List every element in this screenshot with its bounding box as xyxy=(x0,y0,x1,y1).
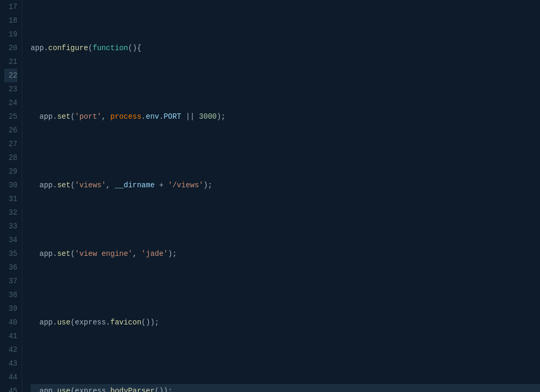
line-numbers: 17 18 19 20 21 22 23 24 25 26 27 28 29 3… xyxy=(0,0,22,392)
code-line-21: app.use(express.favicon()); xyxy=(31,315,540,329)
code-line-17: app.configure(function(){ xyxy=(31,41,540,55)
line-num-44: 44 xyxy=(4,370,17,384)
line-num-37: 37 xyxy=(4,274,17,288)
line-num-19: 19 xyxy=(4,27,17,41)
line-num-17: 17 xyxy=(4,0,17,14)
code-line-18: app.set('port', process.env.PORT || 3000… xyxy=(31,110,540,123)
line-num-20: 20 xyxy=(4,41,17,55)
line-num-22: 22 xyxy=(4,69,17,82)
line-num-45: 45 xyxy=(4,384,17,392)
code-editor: 17 18 19 20 21 22 23 24 25 26 27 28 29 3… xyxy=(0,0,540,392)
line-num-43: 43 xyxy=(4,357,17,370)
code-line-22: app.use(express.bodyParser()); xyxy=(31,384,540,392)
line-num-30: 30 xyxy=(4,178,17,192)
line-num-18: 18 xyxy=(4,14,17,27)
line-num-29: 29 xyxy=(4,165,17,178)
line-num-39: 39 xyxy=(4,302,17,315)
line-num-28: 28 xyxy=(4,151,17,165)
line-num-26: 26 xyxy=(4,123,17,137)
code-line-20: app.set('view engine', 'jade'); xyxy=(31,247,540,261)
line-num-36: 36 xyxy=(4,261,17,274)
line-num-21: 21 xyxy=(4,55,17,69)
line-num-40: 40 xyxy=(4,315,17,329)
line-num-32: 32 xyxy=(4,206,17,219)
line-num-25: 25 xyxy=(4,110,17,123)
line-num-42: 42 xyxy=(4,343,17,357)
line-num-33: 33 xyxy=(4,219,17,233)
line-num-24: 24 xyxy=(4,96,17,110)
code-line-19: app.set('views', __dirname + '/views'); xyxy=(31,178,540,192)
line-num-34: 34 xyxy=(4,233,17,247)
line-num-35: 35 xyxy=(4,247,17,261)
line-num-38: 38 xyxy=(4,288,17,302)
line-num-27: 27 xyxy=(4,137,17,151)
line-num-41: 41 xyxy=(4,329,17,343)
line-num-31: 31 xyxy=(4,192,17,206)
line-num-23: 23 xyxy=(4,82,17,96)
code-lines: app.configure(function(){ app.set('port'… xyxy=(22,0,540,392)
